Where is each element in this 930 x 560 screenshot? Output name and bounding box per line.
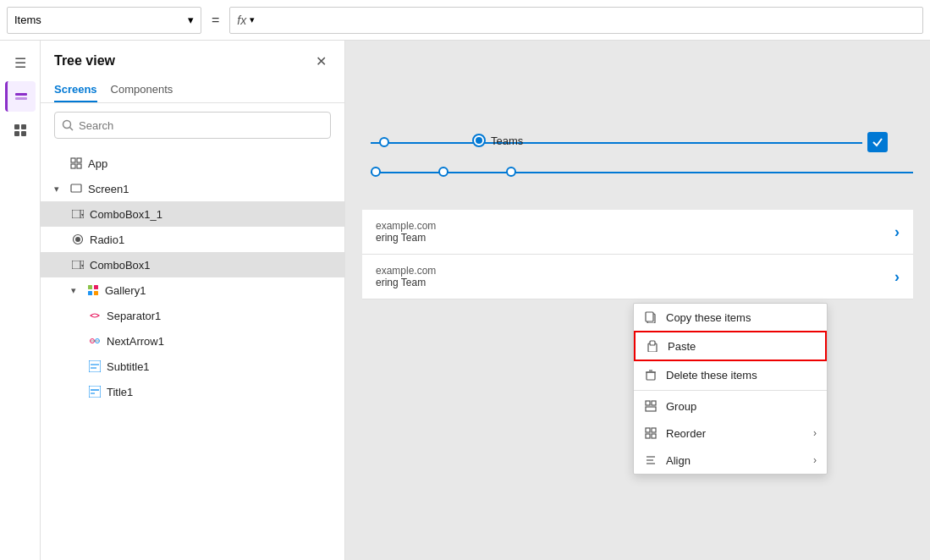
- canvas-controls: Teams example.com ering Team ›: [345, 125, 930, 299]
- svg-rect-43: [646, 407, 656, 411]
- delete-label: Delete these items: [666, 369, 817, 382]
- track-area: Teams: [371, 125, 913, 201]
- team-text: ering Team: [376, 277, 436, 288]
- tree-item-subtitle1[interactable]: Subtitle1: [41, 354, 344, 379]
- reorder-arrow-icon: ›: [813, 427, 817, 439]
- context-menu-align[interactable]: Align ›: [634, 447, 827, 474]
- svg-rect-38: [647, 372, 655, 380]
- tree-item-gallery1[interactable]: ▾ Gallery1: [41, 277, 344, 303]
- checkmark-icon: [872, 136, 883, 148]
- components-button[interactable]: [5, 115, 36, 145]
- radio-selected-group: Teams: [472, 134, 523, 147]
- reorder-label: Reorder: [666, 427, 805, 440]
- svg-rect-2: [14, 124, 19, 129]
- radio-selected-dot[interactable]: [472, 134, 486, 147]
- tab-components[interactable]: Components: [111, 78, 173, 102]
- track-circle-4: [506, 167, 516, 177]
- tree-item-label: Separator1: [107, 310, 161, 322]
- tree-item-separator1[interactable]: Separator1: [41, 303, 344, 328]
- tree-item-combobox1[interactable]: ▾ ComboBox1: [41, 252, 344, 277]
- list-item[interactable]: example.com ering Team ›: [362, 210, 913, 255]
- svg-rect-4: [14, 131, 19, 136]
- tree-view-title: Tree view: [54, 53, 115, 69]
- context-menu-delete[interactable]: Delete these items: [634, 361, 827, 388]
- context-menu-reorder[interactable]: Reorder ›: [634, 420, 827, 447]
- svg-rect-0: [15, 93, 27, 96]
- title-icon: [88, 385, 102, 398]
- list-item-text: example.com ering Team: [376, 220, 436, 244]
- context-menu-copy[interactable]: Copy these items: [634, 304, 827, 331]
- tree-item-label: Screen1: [88, 183, 129, 195]
- svg-rect-9: [77, 158, 81, 162]
- svg-rect-8: [71, 158, 75, 162]
- list-items: example.com ering Team › example.com eri…: [362, 210, 913, 299]
- team-text: ering Team: [376, 232, 436, 244]
- tree-item-label: NextArrow1: [107, 335, 164, 348]
- tree-item-combobox1_1[interactable]: ▾ ComboBox1_1: [41, 201, 344, 227]
- tree-item-app[interactable]: App: [41, 151, 344, 176]
- tree-item-label: Title1: [107, 386, 133, 398]
- list-item[interactable]: example.com ering Team ›: [362, 255, 913, 299]
- svg-text:▾: ▾: [81, 212, 84, 217]
- tree-items: App ▾ Screen1 ▾ ComboBox1_1: [41, 147, 344, 560]
- svg-text:▾: ▾: [81, 263, 84, 268]
- svg-rect-45: [652, 428, 656, 432]
- svg-rect-1: [15, 97, 27, 100]
- track-circle-2: [371, 167, 381, 177]
- combobox-icon: ▾: [71, 207, 85, 221]
- svg-rect-42: [652, 401, 656, 405]
- formula-bar[interactable]: fx ▾: [229, 7, 923, 34]
- group-icon: [644, 399, 658, 413]
- list-item-text: example.com ering Team: [376, 265, 436, 288]
- tree-item-screen1[interactable]: ▾ Screen1: [41, 176, 344, 201]
- layers-button[interactable]: [5, 81, 36, 112]
- svg-rect-47: [652, 434, 656, 438]
- paste-label: Paste: [668, 340, 815, 353]
- svg-rect-37: [650, 341, 655, 345]
- svg-rect-41: [646, 401, 650, 405]
- app-icon: [69, 156, 83, 170]
- screen-icon: [69, 182, 83, 195]
- canvas-area: Teams example.com ering Team ›: [345, 41, 930, 560]
- search-input[interactable]: [79, 119, 323, 132]
- expand-arrow-gallery: ▾: [71, 285, 81, 296]
- menu-divider: [634, 390, 827, 391]
- fx-label: fx: [237, 14, 246, 27]
- equals-sign: =: [208, 13, 223, 28]
- tree-tabs: Screens Components: [41, 78, 344, 103]
- nextarrow-icon: [88, 334, 102, 348]
- layers-icon: [14, 89, 29, 104]
- tree-item-label: Gallery1: [105, 284, 146, 297]
- top-bar: Items ▾ = fx ▾: [0, 0, 930, 41]
- hamburger-menu-button[interactable]: ☰: [5, 47, 36, 78]
- tab-screens[interactable]: Screens: [54, 78, 97, 102]
- formula-select[interactable]: Items ▾: [7, 7, 201, 34]
- svg-point-17: [75, 237, 80, 242]
- tree-item-nextarrow1[interactable]: NextArrow1: [41, 328, 344, 354]
- tree-item-label: ComboBox1: [90, 259, 151, 272]
- radio-inner-dot: [476, 137, 482, 144]
- radio-label: Teams: [491, 135, 523, 147]
- context-menu-paste[interactable]: Paste: [634, 331, 827, 361]
- email-text: example.com: [376, 265, 436, 277]
- tree-item-title1[interactable]: Title1: [41, 379, 344, 404]
- close-button[interactable]: ✕: [311, 51, 331, 71]
- tree-item-radio1[interactable]: Radio1: [41, 227, 344, 252]
- context-menu-group[interactable]: Group: [634, 393, 827, 420]
- svg-rect-23: [88, 291, 92, 295]
- svg-point-6: [63, 121, 71, 129]
- delete-icon: [644, 368, 658, 382]
- paste-icon: [646, 339, 659, 353]
- svg-rect-5: [21, 131, 26, 136]
- combobox-icon: ▾: [71, 258, 85, 272]
- copy-icon: [644, 310, 658, 324]
- main-layout: ☰ Tree view ✕ Screens Components: [0, 41, 930, 560]
- search-box[interactable]: [54, 112, 331, 139]
- email-text: example.com: [376, 220, 436, 232]
- checkbox-blue[interactable]: [867, 132, 888, 152]
- group-label: Group: [666, 400, 817, 413]
- chevron-right-icon: ›: [894, 268, 900, 286]
- svg-line-7: [70, 128, 74, 131]
- svg-rect-46: [646, 434, 650, 438]
- svg-rect-24: [94, 291, 98, 295]
